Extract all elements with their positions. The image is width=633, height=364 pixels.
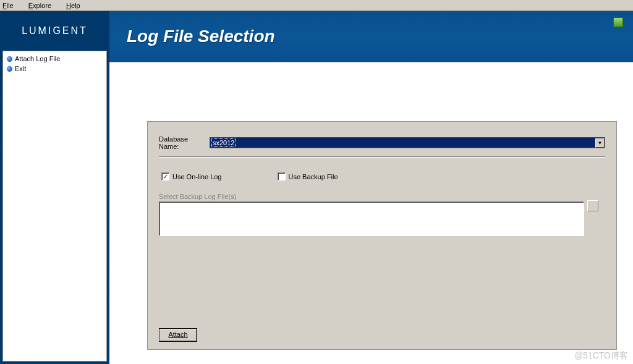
menu-help[interactable]: Help	[66, 2, 88, 9]
brand-logo: LUMIGENT	[0, 11, 109, 51]
bullet-icon	[7, 56, 12, 62]
database-label: Database Name:	[159, 135, 210, 150]
app-container: LUMIGENT Attach Log File Exit Log File S…	[0, 11, 633, 364]
backup-file-label: Select Backup Log File(s)	[159, 193, 605, 200]
nav-item-label: Attach Log File	[15, 55, 60, 62]
sidebar: LUMIGENT Attach Log File Exit	[0, 11, 109, 364]
checkbox-row: ✓ Use On-line Log Use Backup File	[159, 172, 605, 180]
body-area: Database Name: sx2012 ▼ ✓ Use On-line Lo…	[109, 63, 633, 364]
menu-file[interactable]: File	[2, 2, 21, 9]
nav-attach-log-file[interactable]: Attach Log File	[7, 54, 103, 64]
database-select[interactable]: sx2012 ▼	[210, 137, 605, 148]
database-select-value: sx2012	[211, 138, 236, 147]
nav-panel: Attach Log File Exit	[2, 51, 107, 362]
use-online-log-label: Use On-line Log	[172, 173, 222, 180]
form-panel: Database Name: sx2012 ▼ ✓ Use On-line Lo…	[147, 121, 617, 350]
database-row: Database Name: sx2012 ▼	[159, 135, 605, 150]
refresh-icon[interactable]	[613, 17, 623, 27]
attach-button-label: Attach	[168, 331, 187, 338]
backup-file-row	[159, 200, 605, 237]
nav-exit[interactable]: Exit	[7, 64, 103, 74]
backup-file-list	[159, 201, 584, 236]
chevron-down-icon[interactable]: ▼	[595, 138, 605, 148]
page-title: Log File Selection	[127, 27, 275, 46]
title-bar: Log File Selection	[109, 11, 633, 63]
divider	[159, 156, 605, 158]
use-online-log-checkbox[interactable]: ✓	[161, 172, 169, 180]
use-backup-file-label: Use Backup File	[289, 173, 338, 180]
bullet-icon	[7, 66, 12, 72]
browse-button[interactable]	[587, 200, 598, 211]
attach-button[interactable]: Attach	[159, 328, 197, 342]
use-online-log-group[interactable]: ✓ Use On-line Log	[161, 172, 222, 180]
use-backup-file-group[interactable]: Use Backup File	[278, 172, 338, 180]
nav-item-label: Exit	[15, 65, 26, 72]
content-area: Log File Selection Database Name: sx2012…	[109, 11, 633, 364]
menu-explore[interactable]: Explore	[28, 2, 59, 9]
use-backup-file-checkbox[interactable]	[278, 172, 286, 180]
watermark: @51CTO博客	[574, 350, 628, 362]
menu-bar: File Explore Help	[0, 0, 633, 11]
